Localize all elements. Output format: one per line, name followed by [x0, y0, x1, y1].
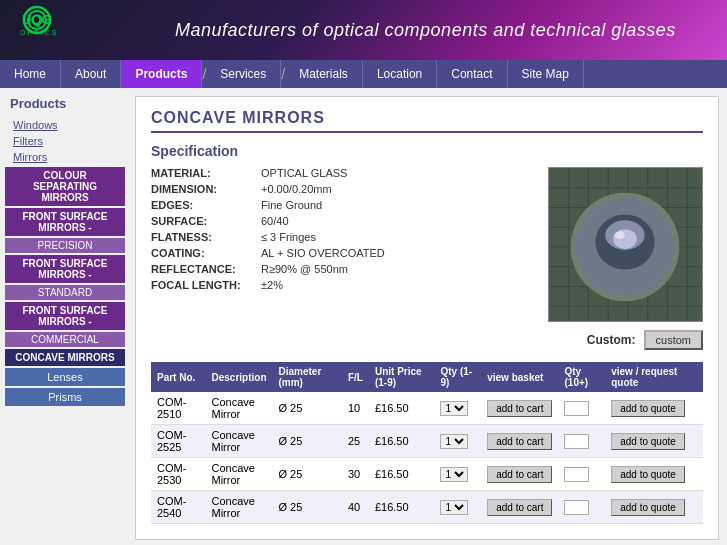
cell-qty-10plus[interactable] — [558, 392, 605, 425]
add-to-quote-button[interactable]: add to quote — [611, 466, 685, 483]
spec-label-focal: FOCAL LENGTH: — [151, 279, 261, 291]
cell-diameter: Ø 25 — [273, 491, 342, 524]
cell-add-to-quote[interactable]: add to quote — [605, 425, 703, 458]
spec-table-area: MATERIAL: OPTICAL GLASS DIMENSION: +0.00… — [151, 167, 703, 350]
custom-button[interactable]: custom — [644, 330, 703, 350]
svg-point-25 — [615, 231, 625, 239]
spec-label-reflectance: REFLECTANCE: — [151, 263, 261, 275]
th-view-basket: view basket — [481, 362, 558, 392]
table-row: COM-2530 ConcaveMirror Ø 25 30 £16.50 12… — [151, 458, 703, 491]
spec-value-focal: ±2% — [261, 279, 283, 291]
sidebar-subsection-commercial[interactable]: COMMERCIAL — [5, 332, 125, 347]
nav-home[interactable]: Home — [0, 60, 61, 88]
nav-contact[interactable]: Contact — [437, 60, 507, 88]
nav-location[interactable]: Location — [363, 60, 437, 88]
main-content: Products Windows Filters Mirrors COLOUR … — [0, 88, 727, 545]
cell-qty-10plus[interactable] — [558, 491, 605, 524]
cell-description: ConcaveMirror — [205, 491, 272, 524]
spec-value-flatness: ≤ 3 Fringes — [261, 231, 316, 243]
nav-about[interactable]: About — [61, 60, 121, 88]
qty-select-19[interactable]: 12345 — [440, 467, 468, 482]
cell-price: £16.50 — [369, 392, 435, 425]
spec-surface: SURFACE: 60/40 — [151, 215, 523, 227]
header-tagline: Manufacturers of optical components and … — [175, 20, 676, 41]
cell-qty-input[interactable]: 12345 — [434, 392, 481, 425]
sidebar-section-front-surface-2[interactable]: FRONT SURFACE MIRRORS - — [5, 255, 125, 283]
spec-value-reflectance: R≥90% @ 550nm — [261, 263, 348, 275]
sidebar-subsection-standard[interactable]: STANDARD — [5, 285, 125, 300]
spec-value-material: OPTICAL GLASS — [261, 167, 347, 179]
table-row: COM-2540 ConcaveMirror Ø 25 40 £16.50 12… — [151, 491, 703, 524]
add-to-cart-button[interactable]: add to cart — [487, 499, 552, 516]
sidebar-item-lenses[interactable]: Lenses — [5, 368, 125, 386]
spec-coating: COATING: AL + SIO OVERCOATED — [151, 247, 523, 259]
sidebar-item-filters[interactable]: Filters — [5, 133, 125, 149]
qty-input-10plus[interactable] — [564, 434, 589, 449]
spec-label-flatness: FLATNESS: — [151, 231, 261, 243]
cell-qty-10plus[interactable] — [558, 425, 605, 458]
nav-materials[interactable]: Materials — [285, 60, 363, 88]
sidebar-item-prisms[interactable]: Prisms — [5, 388, 125, 406]
qty-input-10plus[interactable] — [564, 401, 589, 416]
sidebar-section-concave[interactable]: CONCAVE MIRRORS — [5, 349, 125, 366]
page-title: CONCAVE MIRRORS — [151, 109, 703, 133]
sidebar-subsection-precision[interactable]: PRECISION — [5, 238, 125, 253]
cell-qty-input[interactable]: 12345 — [434, 458, 481, 491]
qty-select-19[interactable]: 12345 — [440, 401, 468, 416]
cell-add-to-cart[interactable]: add to cart — [481, 425, 558, 458]
cell-qty-10plus[interactable] — [558, 458, 605, 491]
logo: UQG OPTICS — [15, 5, 175, 55]
mirror-illustration — [549, 167, 702, 322]
th-unit-price: Unit Price (1-9) — [369, 362, 435, 392]
add-to-cart-button[interactable]: add to cart — [487, 400, 552, 417]
spec-edges: EDGES: Fine Ground — [151, 199, 523, 211]
cell-add-to-cart[interactable]: add to cart — [481, 458, 558, 491]
spec-value-edges: Fine Ground — [261, 199, 322, 211]
cell-fl: 10 — [342, 392, 369, 425]
th-qty-10: Qty (10+) — [558, 362, 605, 392]
sidebar-item-mirrors[interactable]: Mirrors — [5, 149, 125, 165]
cell-qty-input[interactable]: 12345 — [434, 425, 481, 458]
logo-icon: UQG OPTICS — [15, 5, 60, 55]
spec-label-coating: COATING: — [151, 247, 261, 259]
navigation: Home About Products / Services / Materia… — [0, 60, 727, 88]
nav-services[interactable]: Services — [206, 60, 281, 88]
add-to-quote-button[interactable]: add to quote — [611, 499, 685, 516]
spec-label-surface: SURFACE: — [151, 215, 261, 227]
qty-input-10plus[interactable] — [564, 500, 589, 515]
cell-price: £16.50 — [369, 425, 435, 458]
add-to-cart-button[interactable]: add to cart — [487, 433, 552, 450]
nav-products[interactable]: Products — [121, 60, 202, 88]
cell-qty-input[interactable]: 12345 — [434, 491, 481, 524]
add-to-quote-button[interactable]: add to quote — [611, 433, 685, 450]
content-area: CONCAVE MIRRORS Specification MATERIAL: … — [135, 96, 719, 540]
add-to-quote-button[interactable]: add to quote — [611, 400, 685, 417]
cell-add-to-quote[interactable]: add to quote — [605, 458, 703, 491]
sidebar-section-colour-mirrors[interactable]: COLOUR SEPARATING MIRRORS — [5, 167, 125, 206]
cell-add-to-quote[interactable]: add to quote — [605, 392, 703, 425]
svg-text:UQG: UQG — [22, 12, 52, 27]
cell-add-to-cart[interactable]: add to cart — [481, 392, 558, 425]
cell-diameter: Ø 25 — [273, 392, 342, 425]
cell-price: £16.50 — [369, 458, 435, 491]
svg-point-24 — [613, 229, 637, 249]
cell-add-to-quote[interactable]: add to quote — [605, 491, 703, 524]
spec-value-coating: AL + SIO OVERCOATED — [261, 247, 385, 259]
spec-label-edges: EDGES: — [151, 199, 261, 211]
nav-sitemap[interactable]: Site Map — [508, 60, 584, 88]
sidebar-title: Products — [5, 96, 125, 111]
spec-label-material: MATERIAL: — [151, 167, 261, 179]
cell-fl: 30 — [342, 458, 369, 491]
qty-select-19[interactable]: 12345 — [440, 500, 468, 515]
spec-value-surface: 60/40 — [261, 215, 289, 227]
qty-select-19[interactable]: 12345 — [440, 434, 468, 449]
sidebar-section-front-surface-3[interactable]: FRONT SURFACE MIRRORS - — [5, 302, 125, 330]
cell-add-to-cart[interactable]: add to cart — [481, 491, 558, 524]
th-view-quote: view / request quote — [605, 362, 703, 392]
add-to-cart-button[interactable]: add to cart — [487, 466, 552, 483]
custom-area: Custom: custom — [587, 330, 703, 350]
sidebar-section-front-surface-1[interactable]: FRONT SURFACE MIRRORS - — [5, 208, 125, 236]
qty-input-10plus[interactable] — [564, 467, 589, 482]
sidebar: Products Windows Filters Mirrors COLOUR … — [0, 88, 130, 545]
sidebar-item-windows[interactable]: Windows — [5, 117, 125, 133]
